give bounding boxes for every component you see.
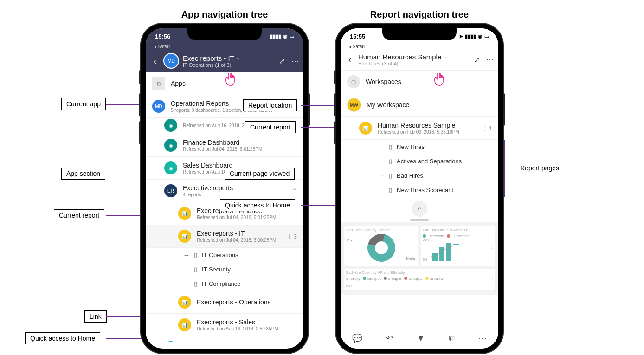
report-icon: 📊 [178, 318, 191, 331]
page-count-icon: ▯ [289, 233, 292, 240]
app-avatar: MD [152, 100, 165, 113]
phone-right: 15:55 ➤ ▮▮▮▮ ◉ ▭ ◂ Safari ‹ Human Resour… [336, 24, 503, 353]
faq-link[interactable]: ⊘ FAQ ↗ https://tinyurl.com/kjg;kjsdbmv [146, 336, 303, 342]
label-app-section: App section [61, 168, 105, 180]
page-new-hires-scorecard[interactable]: ▯ New Hires Scorecard [341, 183, 498, 197]
label-quick-home: Quick access to Home [25, 332, 100, 344]
my-workspace[interactable]: MW My Workspace [341, 93, 498, 117]
copy-icon[interactable]: ⧉ [449, 334, 455, 343]
workspace-avatar: MW [347, 98, 361, 112]
current-page-arrow-icon: → [378, 172, 384, 179]
expand-icon[interactable]: ⤢ [279, 57, 285, 65]
page-mobile-icon: ▯ [194, 252, 197, 258]
report-icon: 📊 [178, 296, 191, 309]
bottom-nav: 💬 ↶ ▼ ⧉ ⋯ [341, 328, 498, 349]
more-icon[interactable]: ⋯ [478, 333, 487, 343]
workspaces-icon: ◯ [347, 75, 360, 88]
exec-reports-operations[interactable]: 📊 Exec reports - Operations [146, 291, 303, 314]
page-mobile-icon: ▯ [389, 172, 392, 179]
filter-icon[interactable]: ▼ [417, 334, 425, 343]
battery-icon: ▭ [484, 33, 489, 39]
report-icon: 📊 [178, 207, 191, 220]
label-current-page: Current page viewed [225, 168, 295, 180]
chart-ethnicity[interactable]: Bad Hire Count by VP and Ethnicity Ethni… [344, 269, 495, 290]
header-title-dropdown[interactable]: Exec reports - IT⌄ IT Operations (1 of 3… [183, 54, 275, 68]
chevron-up-icon: ⌃ [292, 187, 297, 194]
dashboard-icon: ◉ [164, 139, 177, 152]
exec-reports-it[interactable]: 📊 Exec reports - IT Refreshed on Jul 04,… [146, 225, 303, 248]
signal-icon: ▮▮▮▮ [465, 33, 476, 39]
header-avatar: MD [163, 53, 179, 69]
page-icon: ▯ [194, 266, 197, 273]
chart-donut[interactable]: Bad Hire Count by Gender Fe... Male [344, 226, 418, 266]
link-icon: ⊘ [164, 341, 177, 342]
phone-left: 15:56 ▮▮▮▮ ◉ ▭ ◂ Safari ‹ MD Exec report… [141, 24, 308, 353]
apps-row[interactable]: ⊞ Apps [146, 72, 303, 95]
page-new-hires[interactable]: ▯ New Hires [341, 140, 498, 154]
page-mobile-icon: ▯ [389, 143, 392, 150]
page-actives-separations[interactable]: ▯ Actives and Separations [341, 154, 498, 168]
section-avatar: ER [164, 184, 177, 197]
label-quick-home2: Quick access to Home [220, 199, 295, 211]
drag-handle[interactable] [410, 219, 429, 221]
page-icon: ▯ [389, 158, 392, 165]
page-icon: ▯ [389, 187, 392, 194]
label-report-pages: Report pages [515, 162, 564, 174]
header: ‹ MD Exec reports - IT⌄ IT Operations (1… [146, 49, 303, 72]
more-icon[interactable]: ⋯ [486, 55, 494, 64]
back-icon[interactable]: ‹ [150, 56, 160, 66]
page-bad-hires[interactable]: → ▯ Bad Hires [341, 168, 498, 183]
header: ‹ Human Resources Sample⌄ Bad Hires (3 o… [341, 49, 498, 71]
page-mobile-icon: ▯ [194, 280, 197, 287]
human-resources-report[interactable]: 📊 Human Resources Sample Refreshed on Fe… [341, 117, 498, 140]
location-icon: ➤ [459, 33, 463, 39]
battery-icon: ▭ [290, 33, 294, 39]
current-page-arrow-icon: → [183, 252, 189, 258]
expand-icon[interactable]: ⤢ [474, 55, 480, 64]
page-it-compliance[interactable]: ▯ IT Compliance [146, 277, 303, 291]
wifi-icon: ◉ [283, 33, 288, 39]
section-title-left: App navigation tree [181, 9, 268, 20]
chart-bars[interactable]: Bad Hires as % of Actives b... Increase … [421, 226, 495, 266]
label-current-app: Current app [61, 98, 106, 110]
chevron-down-icon: ⌄ [443, 54, 447, 59]
exec-reports-sales[interactable]: 📊 Exec reports - Sales Refreshed on Aug … [146, 314, 303, 336]
chevron-right-icon[interactable]: › [491, 246, 493, 251]
page-it-operations[interactable]: → ▯ IT Operations [146, 248, 303, 262]
finance-dashboard[interactable]: ◉ Finance Dashboard Refreshed on Jul 04,… [146, 134, 303, 157]
header-title-dropdown[interactable]: Human Resources Sample⌄ Bad Hires (3 of … [358, 53, 470, 66]
more-icon[interactable]: ⋯ [291, 57, 299, 65]
report-icon: 📊 [359, 122, 372, 135]
label-current-report2: Current report [245, 121, 296, 133]
chevron-down-icon: ⌄ [236, 56, 240, 61]
page-it-security[interactable]: ▯ IT Security [146, 262, 303, 277]
safari-back[interactable]: ◂ Safari [341, 44, 498, 49]
label-current-report: Current report [54, 209, 104, 221]
signal-icon: ▮▮▮▮ [270, 33, 281, 39]
page-count-icon: ▯ [483, 125, 487, 132]
dashboard-icon: ◉ [164, 119, 177, 132]
workspaces-row[interactable]: ◯ Workspaces [341, 71, 498, 93]
comment-icon[interactable]: 💬 [352, 333, 362, 343]
section-title-right: Report navigation tree [370, 9, 469, 20]
report-icon: 📊 [178, 230, 191, 243]
label-link: Link [84, 310, 107, 323]
safari-back[interactable]: ◂ Safari [146, 44, 303, 49]
report-preview: Bad Hire Count by Gender Fe... Male Bad … [341, 222, 498, 295]
apps-icon: ⊞ [152, 77, 165, 90]
back-icon[interactable]: ‹ [345, 54, 354, 65]
home-button[interactable]: ⌂ [412, 201, 427, 217]
wifi-icon: ◉ [478, 33, 483, 39]
label-report-location: Report location [243, 99, 297, 111]
chevron-right-icon[interactable]: › [491, 277, 493, 281]
dashboard-icon: ◉ [164, 161, 177, 174]
undo-icon[interactable]: ↶ [386, 333, 393, 343]
